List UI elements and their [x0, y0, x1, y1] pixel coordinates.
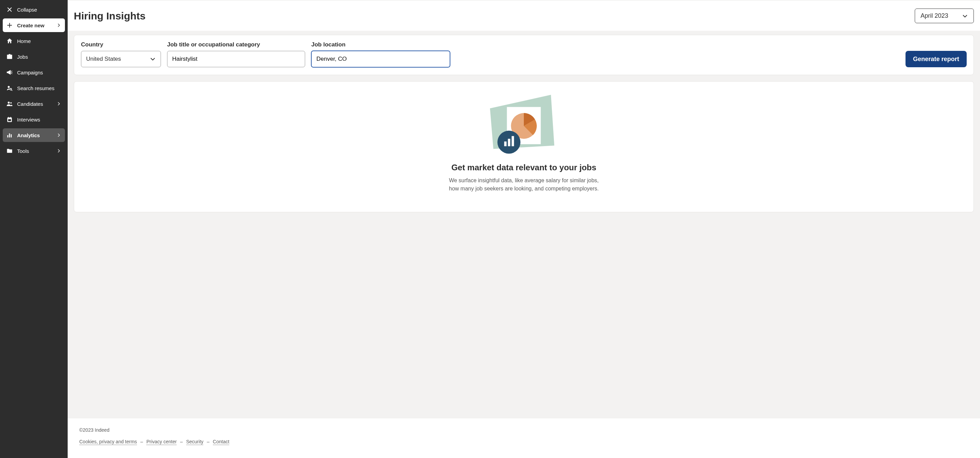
footer-copyright: ©2023 Indeed: [79, 427, 968, 433]
home-icon: [6, 38, 13, 44]
field-job-location: Job location: [311, 41, 450, 67]
country-label: Country: [81, 41, 161, 48]
empty-state-title: Get market data relevant to your jobs: [452, 163, 596, 172]
chevron-right-icon: [56, 148, 62, 154]
job-title-input[interactable]: [167, 51, 305, 67]
svg-point-2: [8, 102, 10, 104]
sidebar-item-label: Interviews: [17, 117, 40, 122]
sidebar-item-campaigns[interactable]: Campaigns: [3, 65, 65, 79]
page-title: Hiring Insights: [74, 10, 146, 22]
sidebar-item-analytics[interactable]: Analytics: [3, 128, 65, 142]
sidebar-item-interviews[interactable]: Interviews: [3, 113, 65, 126]
sidebar-item-label: Candidates: [17, 101, 43, 107]
megaphone-icon: [6, 69, 13, 76]
main-content: Hiring Insights April 2023 Country Unite…: [68, 0, 980, 458]
sidebar-item-home[interactable]: Home: [3, 34, 65, 48]
svg-rect-6: [7, 135, 8, 138]
sidebar-item-label: Analytics: [17, 132, 40, 138]
svg-rect-15: [512, 136, 514, 146]
footer-link-security[interactable]: Security: [186, 439, 204, 445]
plus-icon: [6, 22, 13, 29]
sidebar-item-candidates[interactable]: Candidates: [3, 97, 65, 111]
briefcase-icon: [6, 53, 13, 60]
market-data-illustration: [487, 95, 561, 156]
job-title-label: Job title or occupational category: [167, 41, 305, 48]
footer-link-cookies[interactable]: Cookies, privacy and terms: [79, 439, 137, 445]
filter-bar: Country United States Job title or occup…: [74, 35, 974, 75]
footer-links: Cookies, privacy and terms – Privacy cen…: [79, 439, 968, 444]
chevron-right-icon: [56, 22, 62, 28]
svg-point-0: [8, 86, 10, 88]
svg-point-3: [10, 102, 12, 103]
close-icon: [6, 6, 13, 13]
person-search-icon: [6, 85, 13, 92]
sidebar-item-label: Jobs: [17, 54, 28, 60]
sidebar-collapse-label: Collapse: [17, 7, 37, 13]
folder-icon: [6, 147, 13, 154]
page-header: Hiring Insights April 2023: [68, 0, 980, 31]
sidebar-item-label: Tools: [17, 148, 29, 154]
svg-rect-8: [11, 135, 12, 138]
bar-chart-icon: [6, 132, 13, 139]
svg-rect-14: [508, 139, 510, 146]
sidebar-item-label: Home: [17, 38, 31, 44]
job-location-label: Job location: [311, 41, 450, 48]
footer: ©2023 Indeed Cookies, privacy and terms …: [68, 418, 980, 458]
svg-rect-7: [9, 133, 10, 138]
generate-report-button[interactable]: Generate report: [905, 51, 967, 67]
footer-link-contact[interactable]: Contact: [213, 439, 229, 445]
chevron-right-icon: [56, 101, 62, 106]
job-location-input[interactable]: [311, 51, 450, 67]
country-select[interactable]: United States: [81, 51, 161, 67]
sidebar-collapse[interactable]: Collapse: [3, 3, 65, 16]
chevron-down-icon: [962, 13, 968, 19]
sidebar-item-tools[interactable]: Tools: [3, 144, 65, 158]
field-job-title: Job title or occupational category: [167, 41, 305, 67]
field-country: Country United States: [81, 41, 161, 67]
calendar-icon: [6, 116, 13, 123]
sidebar-item-label: Search resumes: [17, 85, 54, 91]
country-value: United States: [86, 55, 121, 62]
chevron-down-icon: [150, 56, 156, 62]
month-value: April 2023: [921, 12, 948, 19]
footer-link-privacy[interactable]: Privacy center: [146, 439, 177, 445]
people-icon: [6, 100, 13, 107]
month-selector[interactable]: April 2023: [915, 8, 974, 23]
sidebar-item-label: Campaigns: [17, 70, 43, 75]
sidebar-item-search-resumes[interactable]: Search resumes: [3, 81, 65, 95]
svg-rect-13: [504, 142, 507, 146]
sidebar-create-new[interactable]: Create new: [3, 18, 65, 32]
empty-state: Get market data relevant to your jobs We…: [74, 81, 974, 212]
chevron-right-icon: [56, 132, 62, 138]
sidebar-create-label: Create new: [17, 22, 45, 29]
empty-state-text: We surface insightful data, like average…: [445, 176, 603, 193]
sidebar: Collapse Create new Home Jobs: [0, 0, 68, 458]
sidebar-item-jobs[interactable]: Jobs: [3, 50, 65, 63]
svg-rect-5: [8, 119, 11, 122]
